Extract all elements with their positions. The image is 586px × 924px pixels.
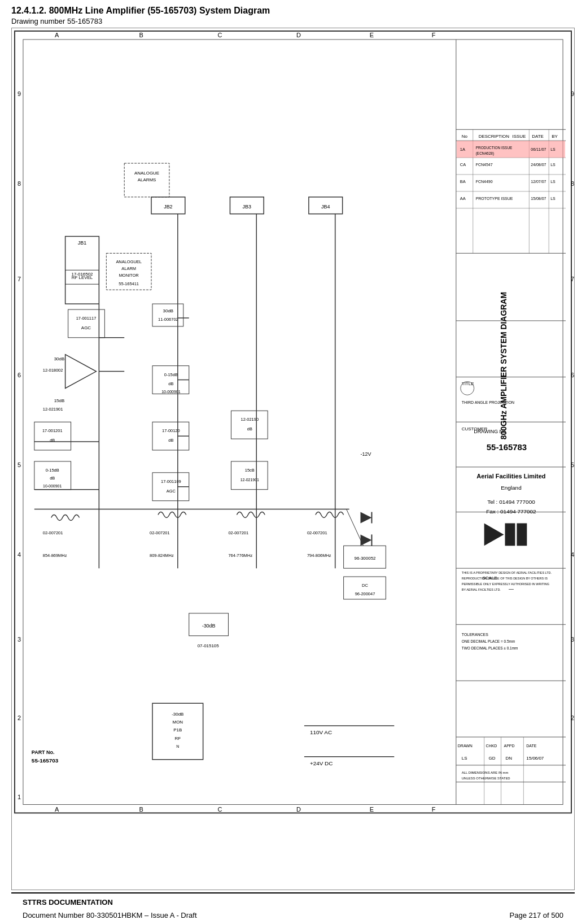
svg-text:B: B	[139, 32, 143, 38]
svg-text:2: 2	[571, 714, 574, 721]
svg-text:CUSTOMER: CUSTOMER	[462, 426, 488, 432]
svg-text:THIRD ANGLE PROJECTION: THIRD ANGLE PROJECTION	[462, 400, 514, 404]
svg-text:96-300052: 96-300052	[354, 556, 376, 561]
svg-text:02-007201: 02-007201	[150, 530, 170, 535]
svg-text:6: 6	[571, 372, 574, 378]
svg-text:dB: dB	[247, 426, 252, 432]
svg-text:12-021901: 12-021901	[43, 407, 63, 412]
svg-text:AGC: AGC	[81, 325, 91, 330]
svg-text:TITLE: TITLE	[462, 381, 474, 386]
svg-text:UNLESS OTHERWISE STATED: UNLESS OTHERWISE STATED	[462, 777, 511, 780]
svg-text:E: E	[370, 806, 374, 813]
svg-text:8: 8	[571, 180, 574, 187]
svg-text:30dB: 30dB	[54, 356, 65, 361]
svg-text:JB2: JB2	[164, 204, 172, 210]
svg-text:ISSUE: ISSUE	[512, 134, 526, 139]
svg-text:8: 8	[18, 180, 21, 187]
svg-text:854-869MHz: 854-869MHz	[43, 553, 67, 558]
svg-text:3: 3	[571, 636, 574, 643]
svg-text:AA: AA	[460, 196, 466, 201]
svg-text:LS: LS	[550, 163, 556, 167]
footer-bottom: Document Number 80-330501HBKM – Issue A …	[23, 909, 563, 922]
svg-text:02-007201: 02-007201	[43, 530, 63, 535]
svg-text:PROTOTYPE ISSUE: PROTOTYPE ISSUE	[476, 197, 513, 201]
svg-text:ALARMS: ALARMS	[138, 177, 156, 182]
svg-text:7: 7	[571, 276, 574, 282]
svg-text:07-015105: 07-015105	[198, 643, 220, 648]
svg-text:A: A	[55, 32, 59, 38]
svg-text:PERMISSIBLE ONLY EXPRESSLY AUT: PERMISSIBLE ONLY EXPRESSLY AUTHORISED IN…	[462, 582, 549, 586]
svg-text:F: F	[432, 806, 436, 813]
svg-text:England: England	[501, 485, 521, 491]
svg-text:06/11/07: 06/11/07	[531, 147, 546, 151]
svg-text:B: B	[139, 806, 143, 813]
svg-text:JB3: JB3	[243, 204, 251, 210]
svg-text:C: C	[218, 806, 222, 813]
svg-rect-86	[505, 523, 515, 546]
svg-text:BA: BA	[460, 179, 466, 184]
svg-text:ANALOGUE: ANALOGUE	[134, 171, 159, 176]
svg-text:15/08/07: 15/08/07	[531, 197, 546, 201]
svg-text:5: 5	[571, 461, 574, 468]
svg-text:7: 7	[18, 276, 21, 282]
svg-text:-30dB: -30dB	[202, 623, 216, 629]
svg-text:55-165703: 55-165703	[32, 757, 59, 764]
svg-text:C: C	[218, 32, 222, 38]
svg-text:794-806MHz: 794-806MHz	[307, 553, 331, 558]
svg-text:(ECN4628): (ECN4628)	[476, 151, 494, 156]
svg-text:dB: dB	[168, 381, 173, 386]
svg-text:9: 9	[571, 90, 574, 97]
svg-text:DN: DN	[505, 756, 512, 761]
svg-text:DESCRIPTION: DESCRIPTION	[479, 134, 510, 139]
svg-text:AGC: AGC	[167, 489, 176, 494]
svg-text:No: No	[462, 134, 468, 139]
svg-text:-30dB: -30dB	[172, 712, 183, 717]
svg-text:DRAWN: DRAWN	[458, 744, 473, 748]
svg-text:ALL DIMENSIONS ARE IN mm: ALL DIMENSIONS ARE IN mm	[462, 771, 509, 774]
svg-text:dB: dB	[168, 438, 173, 443]
svg-text:30dB: 30dB	[163, 308, 174, 313]
svg-text:A: A	[55, 806, 59, 813]
svg-text:dB: dB	[50, 476, 55, 481]
svg-text:2: 2	[18, 714, 21, 721]
svg-text:LS: LS	[550, 197, 556, 201]
svg-text:ALARM: ALARM	[121, 266, 136, 271]
svg-text:Tel : 01494 777000: Tel : 01494 777000	[487, 499, 535, 505]
svg-text:12/07/07: 12/07/07	[531, 180, 546, 184]
svg-text:BY AERIAL FACILTIES LTD.: BY AERIAL FACILTIES LTD.	[462, 588, 501, 591]
footer-page-number: Page 217 of 500	[510, 911, 563, 919]
svg-text:17-001117: 17-001117	[76, 316, 97, 321]
svg-text:LS: LS	[550, 147, 556, 151]
svg-text:REPRODUCTION OR USE OF THIS DE: REPRODUCTION OR USE OF THIS DESIGN BY OT…	[462, 577, 548, 580]
svg-text:LS: LS	[550, 180, 556, 184]
svg-text:Aerial Facilities Limited: Aerial Facilities Limited	[476, 473, 545, 480]
footer-sttrs-label: STTRS DOCUMENTATION	[23, 896, 563, 909]
svg-text:DC: DC	[362, 583, 368, 588]
svg-text:55-165411: 55-165411	[119, 281, 139, 286]
svg-text:3: 3	[18, 636, 21, 643]
svg-text:PART No.: PART No.	[32, 749, 55, 755]
svg-text:THIS IS A PROPRIETARY DESIGN O: THIS IS A PROPRIETARY DESIGN OF AERIAL F…	[462, 571, 552, 574]
svg-text:12-018002: 12-018002	[43, 368, 63, 373]
svg-text:10-000901: 10-000901	[43, 484, 62, 488]
drawing-number: Drawing number 55-165783	[11, 17, 575, 25]
svg-text:APPD: APPD	[504, 744, 514, 748]
svg-text:N: N	[176, 744, 179, 748]
svg-text:RF: RF	[175, 736, 181, 741]
svg-text:Fax : 01494 777002: Fax : 01494 777002	[486, 508, 536, 515]
svg-text:24/08/07: 24/08/07	[531, 163, 546, 167]
svg-text:MON: MON	[173, 720, 183, 725]
svg-text:15/06/07: 15/06/07	[526, 756, 544, 761]
svg-text:17-00120: 17-00120	[162, 428, 180, 433]
svg-text:E: E	[370, 32, 374, 38]
svg-text:1: 1	[18, 794, 21, 800]
svg-text:BY: BY	[552, 134, 558, 139]
svg-text:764-776MHz: 764-776MHz	[228, 553, 252, 558]
diagram-container: A B C D E F A B C D E F 9 8 7 6 5 4 3 2 …	[11, 28, 575, 890]
svg-text:JB4: JB4	[321, 204, 330, 210]
svg-text:LS: LS	[462, 756, 467, 761]
svg-text:D: D	[296, 806, 301, 813]
page-title: 12.4.1.2. 800MHz Line Amplifier (55-1657…	[11, 6, 575, 16]
svg-text:DATE: DATE	[526, 744, 536, 748]
svg-text:RF LEVEL: RF LEVEL	[72, 275, 93, 280]
